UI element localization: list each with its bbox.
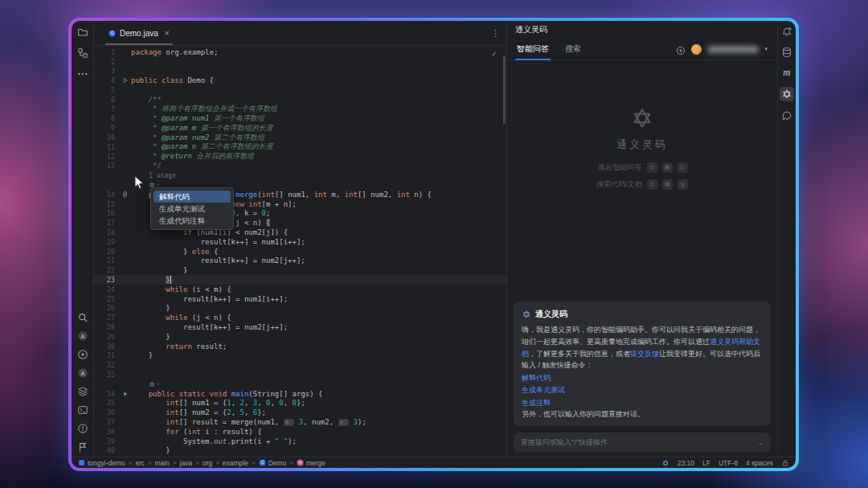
- editor-code-row[interactable]: 4public class Demo {: [94, 76, 506, 85]
- gutter-run-icon[interactable]: [119, 77, 131, 84]
- editor-code-row[interactable]: 22 }: [94, 265, 506, 275]
- line-number: 25: [94, 295, 119, 303]
- menu-item-解释代码[interactable]: 解释代码: [154, 191, 231, 203]
- editor-code-row[interactable]: 3: [94, 67, 506, 76]
- command-link-解释代码[interactable]: 解释代码: [522, 372, 763, 384]
- code-line-text: int[] num2 = {2, 5, 6};: [131, 408, 266, 416]
- tongyi-inline-icon[interactable]: ˅: [131, 381, 160, 388]
- editor-code-row[interactable]: 31 }: [94, 351, 506, 361]
- editor-code-row[interactable]: 5: [94, 85, 506, 95]
- editor-scrollbar[interactable]: [503, 55, 506, 124]
- editor-code-row[interactable]: 6 /**: [94, 95, 506, 105]
- editor-code-row[interactable]: 7 * 将两个有序数组合并成一个有序数组: [94, 105, 506, 114]
- editor-code-row[interactable]: 20 } else {: [94, 247, 506, 256]
- panel-title: 通义灵码: [507, 21, 777, 39]
- breadcrumb-item[interactable]: org: [203, 459, 212, 467]
- breadcrumb-item[interactable]: main: [154, 459, 169, 467]
- tab-search[interactable]: 搜索: [565, 39, 581, 59]
- command-link-生成注释[interactable]: 生成注释: [522, 397, 763, 409]
- notifications-icon[interactable]: [781, 27, 792, 38]
- editor-options-icon[interactable]: ⋮: [491, 28, 500, 39]
- breadcrumb-item[interactable]: CDemo: [259, 459, 287, 467]
- editor-code-row[interactable]: 19 result[k++] = num1[i++];: [94, 237, 506, 247]
- account-caret-icon[interactable]: ▾: [764, 46, 768, 52]
- problems-icon[interactable]: [77, 423, 88, 434]
- editor-code-row[interactable]: 33: [94, 370, 506, 379]
- editor-code-row[interactable]: 30 return result;: [94, 342, 506, 351]
- project-folder-icon[interactable]: [77, 27, 88, 38]
- editor-code-row[interactable]: 27 while (j < n) {: [94, 313, 506, 322]
- editor-inlay-row[interactable]: 1 usage: [94, 170, 506, 180]
- editor-code-row[interactable]: 39 System.out.print(i + " ");: [94, 437, 506, 446]
- editor-code-row[interactable]: 2: [94, 57, 506, 67]
- readonly-toggle[interactable]: [781, 459, 789, 467]
- editor-code-row[interactable]: 32: [94, 360, 506, 370]
- panel-tab-bar: 智能问答 搜索 ▾: [507, 39, 777, 60]
- assistant-a2-icon[interactable]: A: [77, 367, 88, 379]
- editor-inlay-row[interactable]: ˅: [94, 379, 506, 389]
- editor-code-row[interactable]: 13 */: [94, 162, 506, 171]
- breadcrumb-item[interactable]: src: [135, 459, 144, 467]
- gradle-icon[interactable]: [781, 110, 792, 121]
- caret-position[interactable]: 23:10: [678, 459, 694, 467]
- search-icon[interactable]: [77, 312, 88, 323]
- breadcrumb-item[interactable]: tongyi-demo: [78, 459, 125, 467]
- new-chat-icon[interactable]: [676, 44, 686, 54]
- user-avatar[interactable]: [691, 44, 702, 55]
- line-number: 28: [94, 323, 119, 331]
- editor-code-row[interactable]: 37 int[] result = merge(num1, m: 3, num2…: [94, 417, 506, 427]
- inspections-ok-icon[interactable]: ✓: [492, 49, 497, 58]
- editor-code-row[interactable]: 8 * @param num1 第一个有序数组: [94, 114, 506, 124]
- maven-icon[interactable]: m: [781, 67, 792, 78]
- tab-demo-java[interactable]: C Demo.java ×: [100, 21, 178, 45]
- more-tool-windows-icon[interactable]: [77, 68, 88, 80]
- code-editor[interactable]: ✓ 1package org.example;234public class D…: [94, 46, 506, 457]
- send-icon[interactable]: →: [755, 438, 764, 447]
- editor-code-row[interactable]: 11 * @param n 第二个有序数组的长度: [94, 142, 506, 152]
- command-link-生成单元测试[interactable]: 生成单元测试: [522, 384, 763, 396]
- encoding[interactable]: UTF-8: [719, 459, 738, 467]
- services-icon[interactable]: [77, 386, 88, 397]
- message-link[interactable]: 提交反馈: [630, 350, 659, 358]
- tongyi-lingma-icon[interactable]: [780, 87, 794, 101]
- editor-code-row[interactable]: 21 result[k++] = num2[j++];: [94, 256, 506, 266]
- tab-close-icon[interactable]: ×: [165, 29, 170, 38]
- line-ending[interactable]: LF: [702, 459, 710, 467]
- chat-input[interactable]: 直接提问或输入"/"快捷操作 →: [514, 433, 771, 452]
- line-number: 35: [94, 399, 119, 407]
- editor-code-row[interactable]: 10 * @param num2 第二个有序数组: [94, 133, 506, 142]
- menu-item-生成单元测试[interactable]: 生成单元测试: [154, 203, 231, 215]
- indent-size[interactable]: 4 spaces: [746, 459, 773, 467]
- editor-code-row[interactable]: 34 public static void main(String[] args…: [94, 389, 506, 399]
- editor-code-row[interactable]: 12 * @return 合并后的有序数组: [94, 152, 506, 162]
- run-icon[interactable]: [77, 349, 88, 360]
- line-number: 15: [94, 200, 119, 208]
- editor-code-row[interactable]: 38 for (int i : result) {: [94, 427, 506, 437]
- editor-code-row[interactable]: 28 result[k++] = num2[j++];: [94, 322, 506, 332]
- structure-icon[interactable]: [77, 47, 88, 59]
- tab-smart-qa[interactable]: 智能问答: [517, 39, 549, 59]
- assistant-a-icon[interactable]: A: [77, 330, 88, 342]
- breadcrumb-item[interactable]: mmerge: [297, 459, 326, 467]
- editor-code-row[interactable]: 25 result[k++] = num1[i++];: [94, 294, 506, 304]
- editor-code-row[interactable]: 29 }: [94, 332, 506, 342]
- editor-code-row[interactable]: 41 }: [94, 455, 506, 457]
- git-icon[interactable]: [77, 441, 88, 453]
- editor-code-row[interactable]: 35 int[] num1 = {1, 2, 3, 0, 0, 0};: [94, 398, 506, 408]
- editor-code-row[interactable]: 26 }: [94, 304, 506, 314]
- gutter-run-icon[interactable]: [119, 391, 131, 397]
- editor-code-row[interactable]: 24 while (i < m) {: [94, 285, 506, 294]
- line-number: 22: [94, 266, 119, 274]
- editor-code-row[interactable]: 1package org.example;: [94, 47, 506, 57]
- editor-code-row[interactable]: 23 }: [94, 275, 506, 285]
- editor-code-row[interactable]: 36 int[] num2 = {2, 5, 6};: [94, 408, 506, 417]
- database-icon[interactable]: [781, 47, 792, 58]
- menu-item-生成代码注释[interactable]: 生成代码注释: [154, 215, 231, 227]
- terminal-icon[interactable]: [77, 404, 88, 416]
- tongyi-status-icon[interactable]: [661, 459, 669, 467]
- editor-code-row[interactable]: 9 * @param m 第一个有序数组的长度: [94, 123, 506, 133]
- breadcrumb-item[interactable]: java: [180, 459, 193, 467]
- breadcrumb-item[interactable]: example: [223, 459, 248, 467]
- editor-code-row[interactable]: 40 }: [94, 445, 506, 455]
- gutter-annotation-icon[interactable]: @: [119, 191, 131, 198]
